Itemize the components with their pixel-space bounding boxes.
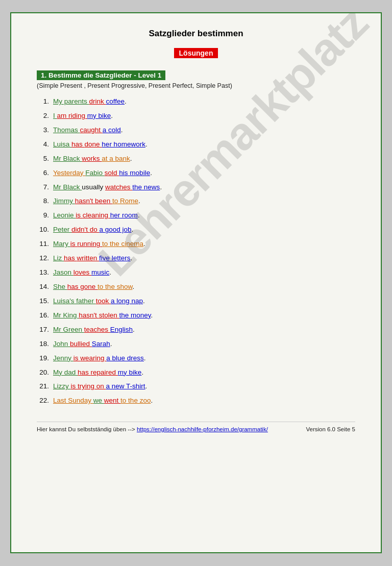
sentence-part: Jimmy <box>53 197 75 205</box>
sentence-part: has <box>78 368 91 376</box>
sentence-part: a long nap <box>111 297 143 305</box>
sentence-num: 14. <box>37 282 53 292</box>
sentence-part: her homework <box>102 140 145 148</box>
sentence-text: My parents drink coffee. <box>53 96 355 107</box>
sentence-num: 7. <box>37 182 53 193</box>
sentence-part: drink <box>89 97 106 105</box>
sentence-part: . <box>143 297 145 305</box>
sentence-part: . <box>145 382 148 390</box>
sentence-num: 12. <box>37 253 53 264</box>
sentence-part: went <box>104 397 120 404</box>
sentence-part: five letters <box>99 254 131 262</box>
sentence-part: . <box>133 326 135 333</box>
sentence-part: hasn't <box>79 311 99 319</box>
sentence-item: 12.Liz has written five letters. <box>37 253 355 264</box>
footer-left-text: Hier kannst Du selbstständig üben --> <box>37 426 137 432</box>
sentence-num: 11. <box>37 239 53 250</box>
sentence-part: wearing <box>80 354 106 362</box>
sentence-num: 1. <box>37 96 53 107</box>
footer-link[interactable]: https://englisch-nachhilfe-pforzheim.de/… <box>137 426 268 432</box>
sentence-part: Fabio <box>85 169 105 177</box>
sentence-part: Jenny <box>53 354 74 362</box>
sentence-text: Luisa's father took a long nap. <box>53 296 355 307</box>
sentence-part: . <box>151 397 153 404</box>
sentence-item: 4.Luisa has done her homework. <box>37 139 355 150</box>
sentence-text: Thomas caught a cold. <box>53 125 355 136</box>
sentence-num: 13. <box>37 267 53 278</box>
sentence-part: Last Sunday <box>53 397 93 404</box>
sentence-part: my bike <box>87 112 111 119</box>
sentence-part: is <box>74 354 81 362</box>
sentence-part: the money <box>119 311 151 319</box>
sentence-part: done <box>85 140 102 148</box>
sentence-part: took <box>96 297 111 305</box>
sentence-num: 15. <box>37 296 53 307</box>
sentence-part: Mary <box>53 240 70 248</box>
sentence-text: Luisa has done her homework. <box>53 139 355 150</box>
sentence-num: 16. <box>37 310 53 321</box>
sentence-num: 21. <box>37 381 53 392</box>
sentence-text: I am riding my bike. <box>53 111 355 121</box>
sentence-part: Leonie <box>53 211 76 219</box>
sentence-part: Yesterday <box>53 169 85 177</box>
sentence-text: Lizzy is trying on a new T-shirt. <box>53 381 355 392</box>
sentence-part: . <box>132 283 134 290</box>
sentence-part: . <box>141 368 143 376</box>
sentence-num: 3. <box>37 125 53 136</box>
sentence-part: works <box>82 155 102 162</box>
sentence-part: Peter <box>53 226 71 233</box>
sentence-num: 6. <box>37 168 53 179</box>
sentence-part: . <box>131 254 133 262</box>
sentence-part: the news <box>132 183 160 191</box>
sentence-item: 21.Lizzy is trying on a new T-shirt. <box>37 381 355 392</box>
sentence-num: 4. <box>37 139 53 150</box>
sentence-num: 8. <box>37 196 53 207</box>
sentence-part: . <box>110 340 112 348</box>
sentence-text: Mr Black usually watches the news. <box>53 182 355 193</box>
sentence-part: . <box>151 311 153 319</box>
sentence-item: 19.Jenny is wearing a blue dress. <box>37 353 355 364</box>
sentence-part: . <box>138 197 140 205</box>
sentence-part: is <box>70 240 78 248</box>
sentence-part: didn't <box>71 226 90 233</box>
sentence-text: She has gone to the show. <box>53 282 355 292</box>
sentence-part: has <box>67 283 81 290</box>
sentence-part: is <box>76 211 83 219</box>
section-header-text: 1. Bestimme die Satzglieder - Level 1 <box>37 70 165 80</box>
sentence-text: Leonie is cleaning her room. <box>53 210 355 221</box>
sentence-part: . <box>160 183 162 191</box>
sentence-item: 18.John bullied Sarah. <box>37 339 355 350</box>
sentence-num: 20. <box>37 367 53 378</box>
sentence-text: Jimmy hasn't been to Rome. <box>53 196 355 207</box>
sentence-text: Peter didn't do a good job. <box>53 225 355 235</box>
sentence-num: 9. <box>37 210 53 221</box>
sentence-part: at a bank <box>102 155 130 162</box>
section-header: 1. Bestimme die Satzglieder - Level 1 <box>37 70 355 82</box>
sentence-part: cleaning <box>83 211 110 219</box>
sentence-part: a blue dress <box>106 354 144 362</box>
page-title: Satzglieder bestimmen <box>37 29 355 39</box>
sentence-text: Last Sunday we went to the zoo. <box>53 396 355 406</box>
sentence-part: to the show <box>97 283 132 290</box>
sentence-part: watches <box>105 183 132 191</box>
sentence-num: 17. <box>37 325 53 335</box>
sentence-text: Mary is running to the cinema. <box>53 239 355 250</box>
sentence-part: I <box>53 112 57 119</box>
sentence-item: 20.My dad has repaired my bike. <box>37 367 355 378</box>
footer: Hier kannst Du selbstständig üben --> ht… <box>37 422 355 432</box>
sentence-part: music <box>91 268 109 276</box>
sentence-num: 2. <box>37 111 53 121</box>
sentence-part: his mobile <box>119 169 150 177</box>
sentence-part: repaired <box>91 368 118 376</box>
sentence-part: teaches <box>84 326 110 333</box>
sentence-text: Yesterday Fabio sold his mobile. <box>53 168 355 179</box>
sentence-part: usually <box>82 183 105 191</box>
sentence-part: Liz <box>53 254 64 262</box>
sentence-part: to the zoo <box>120 397 151 404</box>
sentence-item: 16.Mr King hasn't stolen the money. <box>37 310 355 321</box>
sentence-part: caught <box>80 126 103 134</box>
sentence-list: 1.My parents drink coffee.2.I am riding … <box>37 96 355 406</box>
sentence-part: trying on <box>78 382 106 390</box>
sentence-num: 5. <box>37 154 53 164</box>
sentence-part: to the cinema <box>102 240 143 248</box>
